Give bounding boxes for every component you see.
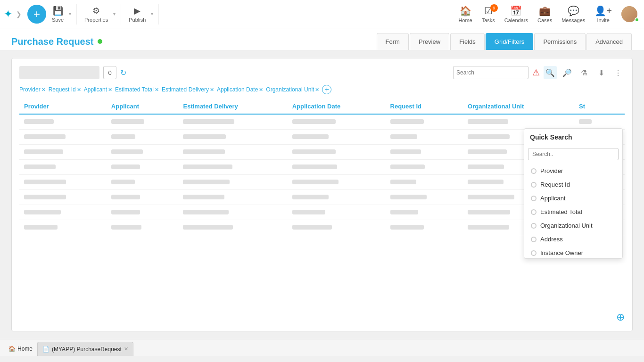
app-footer-tab[interactable]: 📄 (MYAPP) PurchaseRequest ✕ [37, 342, 133, 356]
home-footer-tab[interactable]: 🏠 Home [4, 342, 37, 356]
table-cell [288, 205, 386, 220]
quick-search-item-estimated-total[interactable]: Estimated Total [524, 205, 622, 219]
quick-search-item-provider[interactable]: Provider [524, 164, 622, 178]
remove-filter-icon[interactable]: ✕ [108, 87, 112, 93]
radio-icon [531, 250, 537, 256]
filter-tags: Provider ✕Request Id ✕Applicant ✕Estimat… [19, 85, 625, 94]
properties-icon: ⚙ [92, 6, 100, 16]
table-row[interactable] [19, 114, 625, 130]
radio-icon [531, 209, 537, 215]
tab-advanced[interactable]: Advanced [586, 33, 632, 50]
quick-search-item-address[interactable]: Address [524, 232, 622, 246]
table-cell [178, 130, 287, 145]
table-cell [574, 114, 625, 130]
table-cell [107, 114, 179, 130]
table-cell [19, 160, 107, 175]
radio-icon [531, 237, 537, 242]
table-cell [288, 160, 386, 175]
table-cell [178, 114, 287, 130]
remove-filter-icon[interactable]: ✕ [210, 87, 214, 93]
tasks-nav-button[interactable]: 9 ☑ Tasks [479, 4, 498, 24]
quick-search-item-applicant[interactable]: Applicant [524, 191, 622, 205]
table-cell [107, 145, 179, 160]
table-cell [19, 220, 107, 235]
messages-nav-button[interactable]: 💬 Messages [559, 4, 588, 24]
tab-bar: FormPreviewFieldsGrid/FiltersPermissions… [377, 33, 633, 50]
quick-search-toggle-button[interactable]: 🔍 [544, 66, 557, 79]
content-panel: 0 ↻ ⚠ 🔍 🔎 ⚗ ⬇ ⋮ Provider ✕Request Id ✕Ap… [11, 58, 633, 331]
save-dropdown-arrow[interactable]: ▾ [67, 11, 73, 16]
publish-button[interactable]: ▶ Publish [125, 4, 149, 25]
close-tab-icon[interactable]: ✕ [124, 346, 128, 352]
tab-fields[interactable]: Fields [450, 33, 485, 50]
tab-form[interactable]: Form [377, 33, 409, 50]
main-content: 0 ↻ ⚠ 🔍 🔎 ⚗ ⬇ ⋮ Provider ✕Request Id ✕Ap… [0, 50, 644, 339]
count-badge: 0 [103, 66, 116, 79]
save-button[interactable]: 💾 Save [48, 4, 67, 25]
table-cell [178, 205, 287, 220]
publish-dropdown-arrow[interactable]: ▾ [149, 11, 155, 16]
table-cell [386, 220, 463, 235]
table-cell [19, 130, 107, 145]
table-cell [178, 220, 287, 235]
table-cell [107, 175, 179, 190]
search-icon-button[interactable]: 🔎 [561, 66, 574, 79]
home-nav-button[interactable]: 🏠 Home [455, 4, 475, 24]
filter-tag-request-id: Request Id ✕ [49, 86, 81, 93]
properties-dropdown-arrow[interactable]: ▾ [112, 11, 117, 16]
refresh-button[interactable]: ↻ [120, 68, 126, 77]
quick-search-item-request-id[interactable]: Request Id [524, 178, 622, 191]
download-button[interactable]: ⬇ [594, 66, 608, 79]
nav-right-section: 🏠 Home 9 ☑ Tasks 📅 Calendars 💼 Cases 💬 M… [455, 4, 640, 24]
radio-icon [531, 196, 537, 201]
table-cell [178, 160, 287, 175]
filter-tag-estimated-delivery: Estimated Delivery ✕ [162, 86, 214, 93]
quick-search-item-organizational-unit[interactable]: Organizational Unit [524, 219, 622, 232]
filter-tag-estimated-total: Estimated Total ✕ [115, 86, 159, 93]
add-button[interactable]: + [27, 5, 46, 24]
filter-button[interactable]: ⚗ [578, 66, 591, 79]
tab-gridfilters[interactable]: Grid/Filters [486, 33, 534, 50]
cases-nav-button[interactable]: 💼 Cases [535, 4, 555, 24]
invite-nav-button[interactable]: 👤+ Invite [592, 4, 615, 24]
tab-permissions[interactable]: Permissions [534, 33, 586, 50]
user-avatar-container[interactable] [619, 5, 640, 23]
remove-filter-icon[interactable]: ✕ [259, 87, 263, 93]
more-options-button[interactable]: ⋮ [611, 66, 625, 79]
calendars-nav-button[interactable]: 📅 Calendars [502, 4, 531, 24]
publish-icon: ▶ [134, 6, 140, 16]
table-cell [19, 205, 107, 220]
filter-tag-provider: Provider ✕ [19, 86, 46, 93]
remove-filter-icon[interactable]: ✕ [41, 87, 46, 93]
table-cell [107, 220, 179, 235]
remove-filter-icon[interactable]: ✕ [315, 87, 319, 93]
quick-search-input[interactable] [528, 148, 619, 160]
tab-preview[interactable]: Preview [410, 33, 449, 50]
filter-tag-applicant: Applicant ✕ [84, 86, 112, 93]
table-cell [288, 175, 386, 190]
search-input[interactable] [456, 69, 525, 76]
table-cell [178, 145, 287, 160]
table-cell [107, 130, 179, 145]
col-header-application-date: Application Date [288, 99, 386, 114]
add-row-button[interactable]: ⊕ [616, 311, 625, 323]
col-header-request-id: Request Id [386, 99, 463, 114]
quick-search-item-instance-owner[interactable]: Instance Owner [524, 246, 622, 258]
table-cell [19, 190, 107, 205]
table-cell [463, 114, 574, 130]
remove-filter-icon[interactable]: ✕ [77, 87, 81, 93]
add-filter-button[interactable]: + [322, 85, 331, 94]
app-logo-icon[interactable]: ✦ [4, 8, 12, 20]
table-cell [386, 130, 463, 145]
online-status-dot [635, 17, 639, 22]
properties-button[interactable]: ⚙ Properties [81, 4, 112, 25]
filter-input-placeholder [19, 66, 99, 79]
col-header-applicant: Applicant [107, 99, 179, 114]
table-cell [178, 190, 287, 205]
publish-group: ▶ Publish ▾ [125, 4, 159, 25]
tab-doc-icon: 📄 [42, 346, 50, 353]
nav-back-arrow-icon[interactable]: ❯ [16, 10, 22, 18]
status-dot [98, 39, 102, 44]
remove-filter-icon[interactable]: ✕ [155, 87, 159, 93]
quick-search-title: Quick Search [524, 129, 622, 144]
